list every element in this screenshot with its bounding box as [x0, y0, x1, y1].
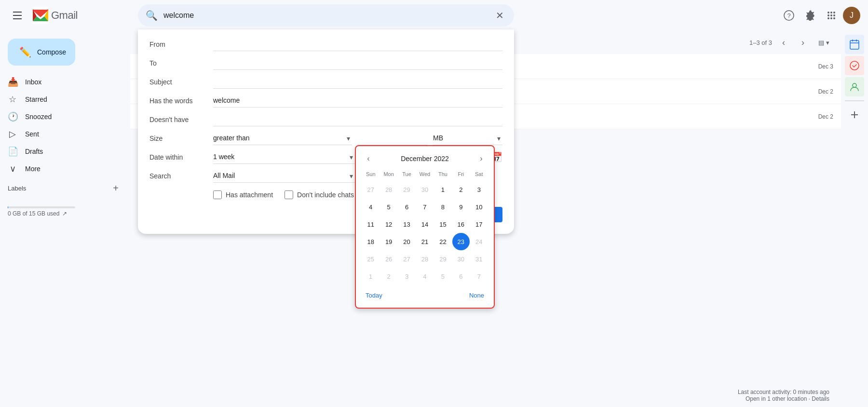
sidebar-item-snoozed[interactable]: 🕐 Snoozed: [0, 108, 122, 125]
settings-button[interactable]: [800, 6, 820, 25]
search-input[interactable]: [163, 11, 493, 20]
apps-button[interactable]: [822, 6, 841, 25]
has-words-label: Has the words: [149, 97, 207, 105]
topbar-right: ? J: [779, 6, 860, 25]
add-label-button[interactable]: +: [109, 181, 122, 195]
cal-day[interactable]: 9: [452, 198, 470, 216]
more-expand-icon: ∨: [8, 163, 17, 174]
size-comparator-select[interactable]: greater than less than: [213, 131, 352, 145]
compose-button[interactable]: ✏️ Compose: [8, 39, 75, 66]
cal-day[interactable]: 5: [380, 198, 397, 216]
calendar-today-button[interactable]: Today: [362, 289, 386, 302]
weekday-sun: Sun: [362, 169, 380, 179]
cal-day-selected[interactable]: 23: [452, 233, 470, 250]
add-apps-button[interactable]: [845, 105, 864, 124]
cal-day[interactable]: 2: [380, 268, 397, 285]
cal-day[interactable]: 13: [398, 216, 416, 233]
cal-day[interactable]: 20: [398, 233, 416, 250]
cal-day[interactable]: 29: [398, 181, 416, 198]
cal-day[interactable]: 16: [452, 216, 470, 233]
date-within-select[interactable]: 1 day 3 days 1 week 2 weeks 1 month: [213, 150, 355, 164]
cal-day[interactable]: 27: [362, 181, 380, 198]
cal-day[interactable]: 3: [398, 268, 416, 285]
cal-day[interactable]: 31: [470, 250, 488, 268]
starred-icon: ☆: [8, 94, 17, 105]
sidebar-item-sent[interactable]: ▷ Sent: [0, 125, 122, 143]
size-controls: greater than less than ▾ MB GB KB ▾: [213, 131, 502, 145]
has-attachment-input[interactable]: [213, 190, 222, 199]
cal-day[interactable]: 26: [380, 250, 397, 268]
cal-day[interactable]: 4: [362, 198, 380, 216]
hamburger-menu-button[interactable]: [8, 6, 27, 25]
pagination-next-button[interactable]: ›: [795, 35, 811, 50]
from-input[interactable]: [213, 37, 502, 51]
to-input[interactable]: [213, 56, 502, 70]
sidebar-item-inbox[interactable]: 📥 Inbox: [0, 73, 122, 91]
cal-day[interactable]: 21: [416, 233, 434, 250]
size-unit-select[interactable]: MB GB KB: [433, 131, 502, 145]
calendar-side-button[interactable]: [845, 35, 864, 54]
email-date: Dec 2: [818, 88, 833, 95]
cal-day[interactable]: 3: [470, 181, 488, 198]
has-attachment-checkbox[interactable]: Has attachment: [213, 190, 273, 199]
cal-day[interactable]: 28: [416, 250, 434, 268]
storage-external-link-icon[interactable]: ↗: [62, 210, 67, 217]
search-in-wrap: All Mail Inbox Sent Drafts ▾: [213, 169, 355, 183]
help-button[interactable]: ?: [779, 6, 799, 25]
cal-day[interactable]: 8: [434, 198, 451, 216]
cal-day[interactable]: 7: [416, 198, 434, 216]
cal-day[interactable]: 25: [362, 250, 380, 268]
size-value-input[interactable]: [358, 131, 427, 145]
cal-day[interactable]: 14: [416, 216, 434, 233]
search-in-select[interactable]: All Mail Inbox Sent Drafts: [213, 169, 355, 183]
calendar-none-button[interactable]: None: [465, 289, 488, 302]
svg-point-18: [853, 83, 856, 87]
pagination-prev-button[interactable]: ‹: [776, 35, 791, 50]
cal-day[interactable]: 11: [362, 216, 380, 233]
sidebar-item-drafts[interactable]: 📄 Drafts: [0, 143, 122, 160]
cal-day[interactable]: 15: [434, 216, 451, 233]
contacts-side-button[interactable]: [845, 77, 864, 96]
tasks-side-button[interactable]: [845, 56, 864, 75]
calendar-prev-button[interactable]: ‹: [362, 152, 375, 165]
cal-day[interactable]: 19: [380, 233, 397, 250]
cal-day[interactable]: 1: [362, 268, 380, 285]
cal-day[interactable]: 30: [416, 181, 434, 198]
cal-day[interactable]: 7: [470, 268, 488, 285]
search-clear-button[interactable]: ✕: [493, 9, 506, 22]
cal-day[interactable]: 12: [380, 216, 397, 233]
cal-day[interactable]: 28: [380, 181, 397, 198]
cal-day[interactable]: 4: [416, 268, 434, 285]
checkboxes: Has attachment Don't include chats: [213, 190, 354, 199]
cal-day[interactable]: 18: [362, 233, 380, 250]
to-label: To: [149, 59, 207, 67]
cal-day[interactable]: 10: [470, 198, 488, 216]
dont-include-chats-checkbox[interactable]: Don't include chats: [285, 190, 354, 199]
cal-day[interactable]: 17: [470, 216, 488, 233]
cal-day[interactable]: 22: [434, 233, 451, 250]
cal-day[interactable]: 24: [470, 233, 488, 250]
cal-day[interactable]: 29: [434, 250, 451, 268]
sidebar-item-more[interactable]: ∨ More: [0, 160, 122, 177]
subject-input[interactable]: [213, 75, 502, 89]
cal-day[interactable]: 27: [398, 250, 416, 268]
sidebar-starred-label: Starred: [25, 95, 115, 103]
cal-day[interactable]: 2: [452, 181, 470, 198]
doesnt-have-input[interactable]: [213, 112, 502, 126]
has-words-input[interactable]: [213, 94, 502, 108]
storage-text: 0 GB of 15 GB used: [8, 210, 59, 217]
cal-day[interactable]: 6: [452, 268, 470, 285]
dont-include-chats-input[interactable]: [285, 190, 293, 199]
cal-day[interactable]: 5: [434, 268, 451, 285]
calendar-next-button[interactable]: ›: [475, 152, 488, 165]
search-area: 🔍 ✕ From To Subject Has the words: [138, 4, 514, 27]
doesnt-have-label: Doesn't have: [149, 116, 207, 123]
storage-text-row: 0 GB of 15 GB used ↗: [8, 210, 122, 217]
cal-day[interactable]: 6: [398, 198, 416, 216]
cal-day[interactable]: 30: [452, 250, 470, 268]
cal-day[interactable]: 1: [434, 181, 451, 198]
compose-label: Compose: [37, 48, 66, 56]
view-options-button[interactable]: ▤ ▾: [814, 37, 833, 48]
avatar[interactable]: J: [843, 7, 860, 24]
sidebar-item-starred[interactable]: ☆ Starred: [0, 91, 122, 108]
